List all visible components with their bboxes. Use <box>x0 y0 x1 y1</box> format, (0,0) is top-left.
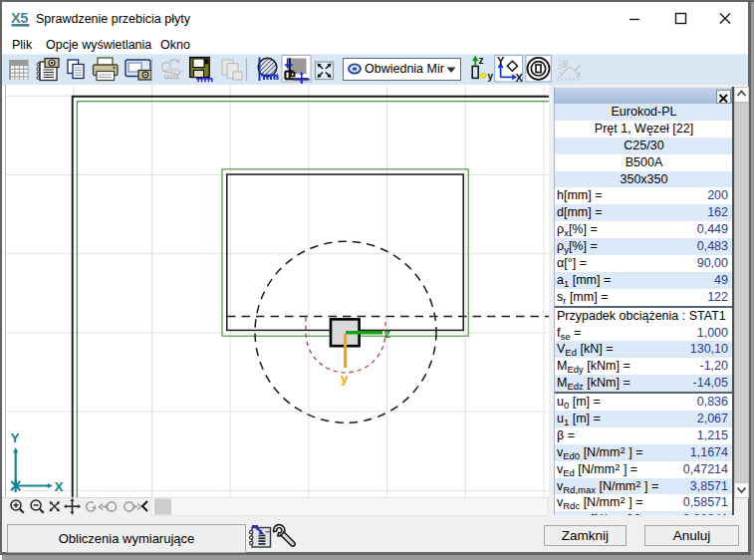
svg-text:Y: Y <box>497 55 505 67</box>
svg-text:X5: X5 <box>11 10 28 26</box>
svg-text:X: X <box>516 72 524 84</box>
svg-text:z: z <box>479 55 484 66</box>
svg-text:z: z <box>384 326 391 341</box>
svg-text:x: x <box>576 69 582 80</box>
svg-text:Y: Y <box>11 430 20 445</box>
svg-text:y: y <box>488 71 494 82</box>
svg-text:y: y <box>341 371 349 386</box>
svg-text:X: X <box>55 479 64 494</box>
svg-text:y: y <box>563 57 569 68</box>
